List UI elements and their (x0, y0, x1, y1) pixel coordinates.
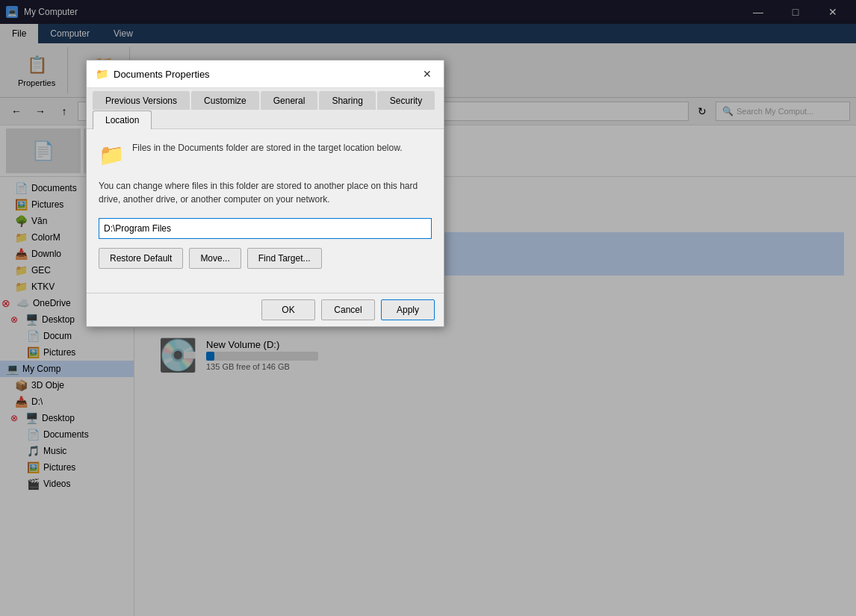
dialog-tabs: Previous Versions Customize General Shar… (87, 88, 444, 129)
tab-customize[interactable]: Customize (191, 91, 259, 110)
dialog-title-text: Documents Properties (114, 69, 414, 80)
dialog-title-icon: 📁 (96, 68, 108, 80)
tab-general[interactable]: General (261, 91, 318, 110)
dialog-overlay: 📁 Documents Properties ✕ Previous Versio… (0, 0, 856, 616)
info-text: Files in the Documents folder are stored… (132, 141, 403, 167)
ok-button[interactable]: OK (261, 299, 315, 320)
dialog-action-buttons: Restore Default Move... Find Target... (99, 248, 432, 269)
path-input[interactable] (99, 218, 432, 239)
folder-info-icon: 📁 (99, 143, 125, 167)
tab-sharing[interactable]: Sharing (319, 91, 375, 110)
cancel-button[interactable]: Cancel (321, 299, 375, 320)
apply-button[interactable]: Apply (381, 299, 435, 320)
desc-text: You can change where files in this folde… (99, 179, 432, 206)
find-target-button[interactable]: Find Target... (247, 248, 322, 269)
tab-security[interactable]: Security (377, 91, 435, 110)
dialog-close-button[interactable]: ✕ (420, 66, 435, 81)
restore-default-button[interactable]: Restore Default (99, 248, 183, 269)
dialog-body: 📁 Files in the Documents folder are stor… (87, 129, 444, 293)
dialog-footer: OK Cancel Apply (87, 293, 444, 326)
move-button[interactable]: Move... (189, 248, 241, 269)
documents-properties-dialog: 📁 Documents Properties ✕ Previous Versio… (86, 60, 444, 327)
info-box: 📁 Files in the Documents folder are stor… (99, 141, 432, 167)
tab-previous-versions[interactable]: Previous Versions (93, 91, 190, 110)
tab-location[interactable]: Location (93, 111, 152, 129)
dialog-title-bar: 📁 Documents Properties ✕ (87, 60, 444, 88)
